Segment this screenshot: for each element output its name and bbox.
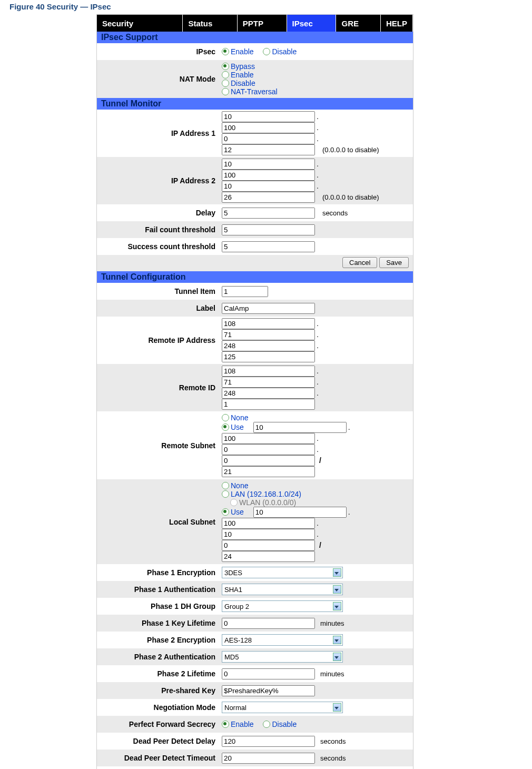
- rid-oct1[interactable]: [222, 366, 315, 377]
- nat-traversal-radio[interactable]: [222, 88, 229, 95]
- ip2-oct4[interactable]: [222, 192, 315, 203]
- tab-help[interactable]: HELP: [380, 15, 412, 32]
- label-ip2: IP Address 2: [97, 176, 220, 185]
- lsub-prefix[interactable]: [222, 551, 315, 562]
- rsub-use-label: Use: [231, 423, 244, 431]
- label-p1a: Phase 1 Authentication: [97, 585, 220, 594]
- lsub-lan-radio[interactable]: [222, 490, 229, 498]
- nat-disable-radio[interactable]: [222, 80, 229, 87]
- section-tunnel-monitor: Tunnel Monitor: [97, 98, 413, 110]
- label-ip1: IP Address 1: [97, 129, 220, 137]
- dpd-delay-unit: seconds: [315, 737, 346, 745]
- rsub-prefix[interactable]: [222, 466, 315, 477]
- rid-oct4[interactable]: [222, 399, 315, 410]
- label-p2a: Phase 2 Authentication: [97, 653, 220, 661]
- rip-oct4[interactable]: [222, 351, 315, 362]
- config-panel: Security Status PPTP IPsec GRE HELP IPse…: [96, 14, 413, 769]
- tab-status[interactable]: Status: [183, 15, 237, 32]
- lsub-none-radio[interactable]: [222, 482, 229, 489]
- succ-input[interactable]: [222, 241, 315, 252]
- tab-pptp[interactable]: PPTP: [237, 15, 287, 32]
- p2l-unit: minutes: [315, 670, 344, 678]
- p1a-select[interactable]: SHA1: [222, 584, 343, 595]
- rsub-oct3[interactable]: [222, 444, 315, 455]
- dpd-delay-input[interactable]: [222, 736, 315, 747]
- cancel-button[interactable]: Cancel: [342, 257, 377, 268]
- delay-input[interactable]: [222, 208, 315, 219]
- ip1-oct2[interactable]: [222, 122, 315, 133]
- psk-input[interactable]: [222, 685, 315, 696]
- label-delay: Delay: [97, 209, 220, 217]
- rid-oct2[interactable]: [222, 377, 315, 388]
- dpd-timeout-input[interactable]: [222, 753, 315, 764]
- figure-caption: Figure 40 Security — IPsec: [0, 0, 532, 14]
- p1k-unit: minutes: [315, 619, 344, 627]
- label-neg: Negotiation Mode: [97, 703, 220, 712]
- p1k-input[interactable]: [222, 618, 315, 629]
- nat-enable-label: Enable: [231, 71, 254, 79]
- label-p2l: Phase 2 Lifetime: [97, 669, 220, 678]
- rip-oct2[interactable]: [222, 329, 315, 340]
- label-p1e: Phase 1 Encryption: [97, 568, 220, 577]
- fail-input[interactable]: [222, 224, 315, 235]
- tab-ipsec[interactable]: IPsec: [287, 15, 336, 32]
- ipsec-enable-radio[interactable]: [222, 48, 229, 55]
- label-p2e: Phase 2 Encryption: [97, 636, 220, 644]
- ip1-oct4[interactable]: [222, 144, 315, 155]
- lsub-use-radio[interactable]: [222, 508, 229, 516]
- ip2-oct1[interactable]: [222, 159, 315, 170]
- save-button[interactable]: Save: [379, 257, 409, 268]
- rsub-use-radio[interactable]: [222, 423, 229, 431]
- label-p1d: Phase 1 DH Group: [97, 602, 220, 610]
- lsub-lan-label: LAN (192.168.1.0/24): [231, 490, 301, 498]
- ipsec-enable-label: Enable: [231, 47, 254, 56]
- label-remote-id: Remote ID: [97, 383, 220, 392]
- pfs-disable-radio[interactable]: [263, 721, 270, 728]
- ip1-oct1[interactable]: [222, 111, 315, 122]
- label-tunnel-item: Tunnel Item: [97, 287, 220, 295]
- label-input[interactable]: [222, 303, 315, 314]
- p2a-select[interactable]: MD5: [222, 651, 343, 663]
- rip-oct3[interactable]: [222, 340, 315, 351]
- lsub-oct1[interactable]: [253, 507, 347, 518]
- rsub-oct4[interactable]: [222, 455, 315, 466]
- ip1-oct3[interactable]: [222, 133, 315, 144]
- label-p1k: Phase 1 Key Lifetime: [97, 619, 220, 627]
- pfs-enable-radio[interactable]: [222, 721, 229, 728]
- label-remote-ip: Remote IP Address: [97, 336, 220, 344]
- lsub-oct2[interactable]: [222, 518, 315, 529]
- neg-select[interactable]: Normal: [222, 702, 343, 713]
- rip-oct1[interactable]: [222, 318, 315, 329]
- label-local-subnet: Local Subnet: [97, 518, 220, 526]
- ipsec-disable-radio[interactable]: [263, 48, 270, 55]
- tunnel-item-input[interactable]: [222, 286, 268, 297]
- tab-security[interactable]: Security: [97, 15, 183, 32]
- tab-gre[interactable]: GRE: [336, 15, 381, 32]
- lsub-wlan-label: WLAN (0.0.0.0/0): [239, 498, 296, 507]
- pfs-enable-label: Enable: [231, 720, 254, 728]
- rsub-oct2[interactable]: [222, 433, 315, 444]
- lsub-oct4[interactable]: [222, 540, 315, 551]
- label-nat-mode: NAT Mode: [97, 75, 220, 83]
- ip2-oct2[interactable]: [222, 170, 315, 181]
- lsub-oct3[interactable]: [222, 529, 315, 540]
- rid-oct3[interactable]: [222, 388, 315, 399]
- label-succ: Success count threshold: [97, 242, 220, 251]
- rsub-oct1[interactable]: [253, 422, 347, 433]
- pfs-disable-label: Disable: [272, 720, 297, 728]
- p2l-input[interactable]: [222, 668, 315, 679]
- nat-enable-radio[interactable]: [222, 71, 229, 78]
- ip1-note: (0.0.0.0 to disable): [317, 146, 379, 154]
- ip2-oct3[interactable]: [222, 181, 315, 192]
- p2e-select[interactable]: AES-128: [222, 634, 343, 646]
- p1d-select[interactable]: Group 2: [222, 600, 343, 612]
- section-ipsec-support: IPsec Support: [97, 32, 413, 43]
- p1e-select[interactable]: 3DES: [222, 567, 343, 578]
- rsub-none-label: None: [231, 413, 248, 422]
- lsub-wlan-radio: [230, 499, 238, 506]
- nat-bypass-radio[interactable]: [222, 63, 229, 70]
- rsub-none-radio[interactable]: [222, 414, 229, 421]
- lsub-none-label: None: [231, 481, 248, 490]
- nat-disable-label: Disable: [231, 79, 255, 87]
- ip2-note: (0.0.0.0 to disable): [317, 193, 379, 201]
